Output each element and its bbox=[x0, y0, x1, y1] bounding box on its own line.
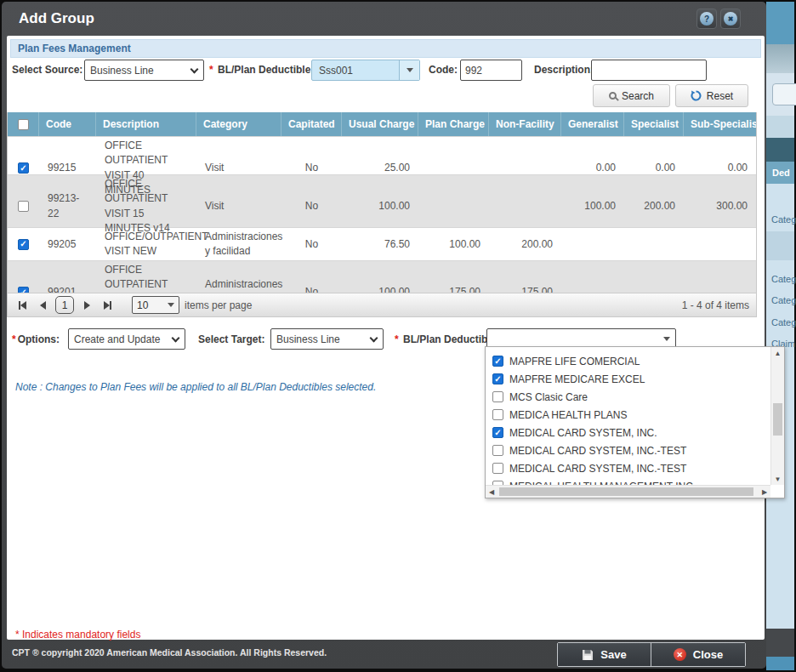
modal-title: Add Group bbox=[19, 10, 94, 27]
scroll-up-arrow[interactable]: ▲ bbox=[771, 347, 784, 359]
modal-close-button[interactable]: ✖ bbox=[720, 9, 741, 29]
plan-checkbox[interactable] bbox=[492, 391, 503, 402]
column-header[interactable]: Plan Charge bbox=[418, 112, 489, 136]
bg-band-dark bbox=[766, 138, 794, 162]
vertical-scroll-thumb[interactable] bbox=[773, 403, 782, 436]
bl-plan-deductible-label: * BL/Plan Deductible: bbox=[209, 64, 314, 76]
bl-plan-deductible-dropdown[interactable]: Sss001 bbox=[311, 60, 420, 81]
select-source-dropdown[interactable]: Business Line bbox=[84, 60, 204, 81]
plan-option[interactable]: MEDICAL CARD SYSTEM, INC. bbox=[486, 424, 770, 441]
plan-option-label: MEDICAL CARD SYSTEM, INC.-TEST bbox=[509, 463, 686, 475]
table-row[interactable]: 99215 OFFICE OUTPATIENT VISIT 40 MINUTES… bbox=[8, 136, 756, 174]
next-page-button[interactable] bbox=[79, 298, 94, 313]
cell-generalist bbox=[561, 228, 624, 261]
code-input[interactable] bbox=[460, 60, 522, 81]
plan-option-label: MAPFRE MEDICARE EXCEL bbox=[509, 373, 645, 385]
current-page[interactable]: 1 bbox=[55, 296, 74, 314]
search-button-label: Search bbox=[622, 90, 654, 102]
bg-band-gradient bbox=[766, 44, 794, 73]
row-checkbox[interactable] bbox=[18, 239, 29, 250]
select-target-value: Business Line bbox=[276, 333, 367, 345]
bl-plan-deductible-popup: MAPFRE LIFE COMERCIAL MAPFRE MEDICARE EX… bbox=[485, 346, 785, 498]
options-dropdown[interactable]: Create and Update bbox=[68, 328, 185, 350]
first-page-button[interactable] bbox=[14, 298, 30, 313]
help-button[interactable]: ? bbox=[696, 9, 717, 29]
note-text: Note : Changes to Plan Fees will be appl… bbox=[15, 381, 376, 393]
cell-category: Administraciones y facilidad bbox=[196, 228, 281, 261]
bg-table-header-fragment: Ded bbox=[766, 162, 794, 184]
column-header[interactable]: Non-Facility bbox=[489, 112, 561, 136]
column-header[interactable]: Capitated bbox=[281, 112, 342, 136]
bg-band-top bbox=[766, 2, 794, 44]
plan-checkbox[interactable] bbox=[492, 409, 503, 420]
close-icon: ✖ bbox=[724, 12, 737, 26]
plan-fees-table: Code Description Category Capitated Usua… bbox=[7, 112, 757, 296]
row-checkbox[interactable] bbox=[18, 162, 29, 174]
save-button[interactable]: Save bbox=[558, 643, 651, 666]
required-asterisk: * bbox=[395, 333, 399, 345]
cell-description: OFFICE/OUTPATIENT VISIT NEW bbox=[96, 228, 196, 261]
close-button[interactable]: ✕ Close bbox=[651, 643, 745, 666]
plan-option[interactable]: MAPFRE MEDICARE EXCEL bbox=[486, 370, 770, 388]
description-label: Description: bbox=[534, 64, 594, 76]
table-row[interactable]: 99201 OFFICE OUTPATIENT NEW 10 MINUTES A… bbox=[8, 260, 756, 295]
vertical-scrollbar[interactable]: ▲ ▼ bbox=[770, 347, 784, 485]
plan-option[interactable]: MCS Clasic Care bbox=[486, 388, 770, 406]
plan-options-list: MAPFRE LIFE COMERCIAL MAPFRE MEDICARE EX… bbox=[486, 347, 770, 485]
chevron-down-icon bbox=[172, 333, 180, 342]
column-header[interactable]: Sub-Specialist bbox=[684, 112, 756, 136]
copyright-text: CPT ® copyright 2020 American Medical As… bbox=[12, 647, 327, 658]
close-button-label: Close bbox=[693, 648, 723, 661]
plan-option[interactable]: MEDICA HEALTH PLANS bbox=[486, 406, 770, 424]
select-all-checkbox[interactable] bbox=[18, 119, 29, 130]
plan-checkbox[interactable] bbox=[492, 427, 503, 438]
column-header[interactable]: Code bbox=[39, 112, 96, 136]
bg-band-mid bbox=[766, 116, 794, 138]
select-target-dropdown[interactable]: Business Line bbox=[270, 328, 384, 350]
column-header[interactable]: Generalist bbox=[561, 112, 624, 136]
add-group-modal: Add Group ? ✖ Plan Fees Management Selec… bbox=[2, 2, 766, 669]
items-per-page-label: items per page bbox=[185, 299, 252, 311]
reset-icon bbox=[691, 90, 702, 101]
scroll-right-arrow[interactable]: ▶ bbox=[759, 486, 770, 498]
column-header[interactable]: Description bbox=[96, 112, 196, 136]
row-checkbox[interactable] bbox=[18, 201, 29, 212]
column-header[interactable]: Usual Charge bbox=[342, 112, 418, 136]
cell-plan-charge: 100.00 bbox=[418, 228, 489, 261]
column-header[interactable]: Specialist bbox=[624, 112, 684, 136]
previous-page-button[interactable] bbox=[35, 298, 50, 313]
options-value: Create and Update bbox=[74, 333, 169, 345]
description-input[interactable] bbox=[591, 60, 707, 81]
horizontal-scroll-thumb[interactable] bbox=[499, 487, 753, 496]
scroll-down-arrow[interactable]: ▼ bbox=[771, 473, 784, 485]
select-source-label: Select Source: bbox=[12, 64, 82, 76]
plan-option[interactable]: MEDICAL CARD SYSTEM, INC.-TEST bbox=[486, 459, 770, 477]
table-row[interactable]: 99205 OFFICE/OUTPATIENT VISIT NEW Admini… bbox=[8, 227, 756, 260]
target-bl-plan-label: * BL/Plan Deductible: bbox=[395, 333, 499, 345]
page-size-value: 10 bbox=[137, 299, 168, 311]
bg-band-bottom bbox=[766, 657, 794, 670]
page-size-dropdown[interactable]: 10 bbox=[132, 296, 179, 314]
plan-option[interactable]: MEDICAL CARD SYSTEM, INC.-TEST bbox=[486, 441, 770, 459]
plan-checkbox[interactable] bbox=[492, 373, 503, 384]
column-header[interactable]: Category bbox=[196, 112, 281, 136]
reset-button[interactable]: Reset bbox=[675, 84, 748, 107]
required-asterisk: * bbox=[12, 333, 16, 345]
plan-option-label: MAPFRE LIFE COMERCIAL bbox=[509, 356, 640, 367]
plan-checkbox[interactable] bbox=[492, 445, 503, 456]
chevron-down-icon bbox=[190, 65, 199, 73]
scroll-left-arrow[interactable]: ◀ bbox=[486, 486, 498, 498]
last-page-icon bbox=[110, 301, 111, 310]
modal-content: Plan Fees Management Select Source: Busi… bbox=[7, 36, 765, 640]
modal-footer: CPT ® copyright 2020 American Medical As… bbox=[2, 638, 766, 669]
table-row[interactable]: 99213-22 OFFICE OUTPATIENT VISIT 15 MINU… bbox=[8, 174, 756, 227]
horizontal-scrollbar[interactable]: ◀ ▶ bbox=[486, 485, 770, 498]
plan-option[interactable]: MAPFRE LIFE COMERCIAL bbox=[486, 352, 770, 370]
select-source-value: Business Line bbox=[90, 65, 188, 77]
search-button[interactable]: Search bbox=[593, 84, 670, 107]
plan-checkbox[interactable] bbox=[492, 463, 503, 474]
dropdown-arrow-button[interactable] bbox=[399, 60, 419, 80]
plan-option[interactable]: MEDICAL HEALTH MANAGEMENT INC bbox=[486, 477, 770, 485]
plan-checkbox[interactable] bbox=[492, 356, 503, 367]
last-page-button[interactable] bbox=[100, 298, 115, 313]
